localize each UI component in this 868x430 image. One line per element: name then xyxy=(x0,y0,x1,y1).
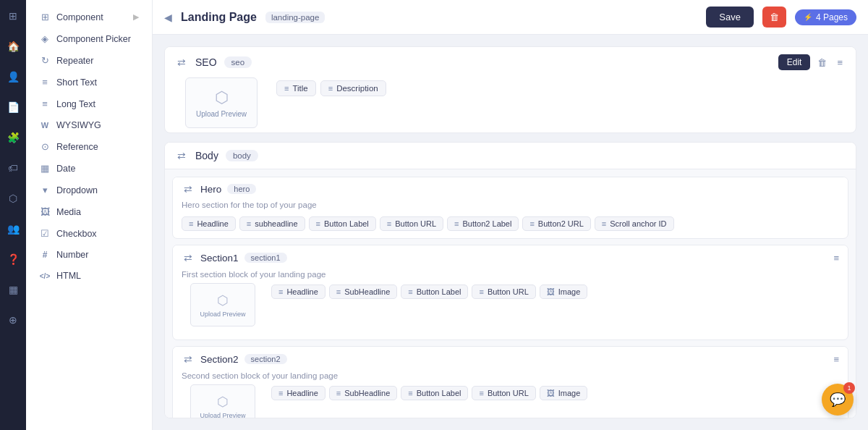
wysiwyg-icon: W xyxy=(39,121,51,130)
sidebar-item-wysiwyg[interactable]: W WYSIWYG xyxy=(30,115,148,135)
component-icon: ⊞ xyxy=(39,12,51,22)
hero-field-headline: ≡ Headline xyxy=(182,216,236,231)
section2-field-button-label: ≡ Button Label xyxy=(401,386,468,400)
section1-content-row: ⬡ Upload Preview ≡ Headline ≡ SubHeadlin… xyxy=(173,283,848,340)
upload-icon: ⬡ xyxy=(217,394,229,410)
number-icon: # xyxy=(39,250,51,260)
field-icon: ≡ xyxy=(336,389,341,397)
nav-icon-layers[interactable]: ▦ xyxy=(4,281,22,298)
hero-description: Hero section for the top of your page xyxy=(173,201,848,214)
seo-menu-icon[interactable]: ≡ xyxy=(834,56,846,69)
sidebar-item-long-text[interactable]: ≡ Long Text xyxy=(30,93,148,114)
nav-icon-user[interactable]: 👤 xyxy=(4,68,22,85)
sidebar-item-date[interactable]: ▦ Date xyxy=(30,158,148,179)
media-icon: 🖼 xyxy=(39,206,51,217)
upload-label: Upload Preview xyxy=(200,311,245,318)
nav-icon-tag[interactable]: 🏷 xyxy=(4,159,22,177)
body-content: ⇄ Hero hero Hero section for the top of … xyxy=(165,169,856,418)
body-tag: body xyxy=(226,150,258,161)
section2-subsection: ⇄ Section2 section2 ≡ Second section blo… xyxy=(172,346,848,418)
header: ◀ Landing Page landing-page Save 🗑 4 Pag… xyxy=(153,0,868,35)
section2-field-button-url: ≡ Button URL xyxy=(472,386,535,400)
nav-icon-grid[interactable]: ⊞ xyxy=(4,7,22,25)
nav-icon-users[interactable]: 👥 xyxy=(4,220,22,237)
seo-tag: seo xyxy=(224,56,252,68)
nav-icon-home[interactable]: 🏠 xyxy=(4,38,22,55)
field-icon: ≡ xyxy=(278,389,283,397)
section1-field-headline: ≡ Headline xyxy=(271,284,326,299)
hero-subsection: ⇄ Hero hero Hero section for the top of … xyxy=(172,177,848,239)
seo-section-header: ⇄ SEO seo Edit 🗑 ≡ xyxy=(165,47,856,77)
section2-field-image: 🖼 Image xyxy=(540,386,588,400)
section2-title: Section2 xyxy=(200,354,239,365)
sidebar-item-component[interactable]: ⊞ Component ▶ xyxy=(30,7,148,28)
body-rotate-icon: ⇄ xyxy=(175,150,188,161)
nav-icon-doc[interactable]: 📄 xyxy=(4,98,22,116)
field-icon: ≡ xyxy=(602,219,606,228)
field-icon: ≡ xyxy=(408,389,412,397)
field-icon: ≡ xyxy=(479,287,483,296)
body-section: ⇄ Body body ⇄ Hero hero Hero section for… xyxy=(164,142,856,418)
short-text-icon: ≡ xyxy=(39,77,51,88)
nav-icon-component[interactable]: 🧩 xyxy=(4,129,22,146)
field-icon: ≡ xyxy=(247,219,251,228)
page-title: Landing Page xyxy=(181,11,257,24)
sidebar-item-checkbox[interactable]: ☑ Checkbox xyxy=(30,223,148,244)
sidebar-item-number[interactable]: # Number xyxy=(30,245,148,265)
chat-bubble[interactable]: 💬 1 xyxy=(822,384,854,416)
seo-delete-icon[interactable]: 🗑 xyxy=(814,56,830,69)
image-icon: 🖼 xyxy=(547,389,555,397)
pages-badge[interactable]: 4 Pages xyxy=(795,9,856,25)
field-icon: ≡ xyxy=(408,287,412,296)
save-button[interactable]: Save xyxy=(706,7,754,28)
upload-label: Upload Preview xyxy=(196,110,247,118)
upload-icon: ⬡ xyxy=(215,88,229,107)
repeater-icon: ↻ xyxy=(39,55,51,66)
section2-content-row: ⬡ Upload Preview ≡ Headline ≡ SubHeadlin… xyxy=(173,384,848,418)
section2-header: ⇄ Section2 section2 ≡ xyxy=(173,347,848,371)
sidebar-item-html[interactable]: </> HTML xyxy=(30,266,148,286)
seo-upload-preview[interactable]: ⬡ Upload Preview xyxy=(185,77,258,128)
seo-title: SEO xyxy=(195,56,217,68)
section1-description: First section block of your landing page xyxy=(173,270,848,283)
section2-field-subheadline: ≡ SubHeadline xyxy=(329,386,397,400)
body-title: Body xyxy=(195,150,218,161)
chat-badge: 1 xyxy=(843,382,855,394)
hero-rotate-icon: ⇄ xyxy=(182,183,195,195)
section2-description: Second section block of your landing pag… xyxy=(173,371,848,384)
sidebar-item-media[interactable]: 🖼 Media xyxy=(30,201,148,222)
section2-fields: ≡ Headline ≡ SubHeadline ≡ Button Label xyxy=(271,384,839,400)
arrow-right-icon: ▶ xyxy=(133,12,139,22)
section1-header: ⇄ Section1 section1 ≡ xyxy=(173,245,848,270)
long-text-icon: ≡ xyxy=(39,98,51,109)
hero-field-button2-label: ≡ Button2 Label xyxy=(447,216,519,231)
section2-icon-action[interactable]: ≡ xyxy=(833,354,839,365)
checkbox-icon: ☑ xyxy=(39,228,51,239)
sidebar-item-short-text[interactable]: ≡ Short Text xyxy=(30,72,148,93)
section2-actions: ≡ xyxy=(833,353,839,366)
sidebar-item-dropdown[interactable]: ▾ Dropdown xyxy=(30,180,148,201)
sidebar-item-repeater[interactable]: ↻ Repeater xyxy=(30,50,148,71)
section1-field-subheadline: ≡ SubHeadline xyxy=(329,284,397,299)
nav-icon-add[interactable]: ⊕ xyxy=(4,311,22,329)
section1-upload[interactable]: ⬡ Upload Preview xyxy=(190,283,255,326)
section1-field-image: 🖼 Image xyxy=(540,284,588,299)
delete-button[interactable]: 🗑 xyxy=(762,7,786,28)
nav-icon-help[interactable]: ❓ xyxy=(4,250,22,268)
section1-actions: ≡ xyxy=(833,251,839,264)
seo-edit-button[interactable]: Edit xyxy=(778,54,811,70)
field-icon: ≡ xyxy=(284,84,289,93)
sidebar-item-component-picker[interactable]: ◈ Component Picker xyxy=(30,28,148,49)
field-icon: ≡ xyxy=(316,219,320,228)
hero-field-subheadline: ≡ subheadline xyxy=(239,216,305,231)
section2-upload[interactable]: ⬡ Upload Preview xyxy=(190,384,255,418)
hero-field-button2-url: ≡ Button2 URL xyxy=(522,216,590,231)
page-tag: landing-page xyxy=(265,12,326,23)
nav-icon-link[interactable]: ⬡ xyxy=(4,190,22,207)
sidebar-item-reference[interactable]: ⊙ Reference xyxy=(30,136,148,157)
section1-icon-action[interactable]: ≡ xyxy=(833,253,839,264)
field-icon: ≡ xyxy=(189,219,193,228)
hero-tag: hero xyxy=(227,184,256,194)
back-button[interactable]: ◀ xyxy=(164,12,172,23)
section2-rotate-icon: ⇄ xyxy=(182,353,195,365)
